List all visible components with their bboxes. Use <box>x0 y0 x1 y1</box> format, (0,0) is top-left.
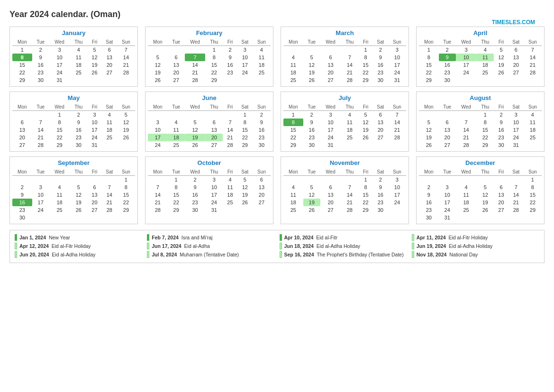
calendar-day: 15 <box>283 126 303 134</box>
month-block-october: OctoberMonTueWedThuFriSatSun123456789101… <box>145 156 273 224</box>
day-header: Sun <box>388 168 406 176</box>
legend-text: Jan 1, 2024 New Year <box>19 235 70 240</box>
calendar-day: 13 <box>87 191 101 199</box>
calendar-day: 30 <box>253 141 271 149</box>
calendar-day: 11 <box>456 191 477 199</box>
calendar-day <box>439 176 456 184</box>
calendar-day: 25 <box>253 69 271 76</box>
calendar-day: 2 <box>373 176 388 184</box>
calendar-day: 4 <box>168 119 185 126</box>
calendar-day <box>419 176 439 184</box>
month-block-july: JulyMonTueWedThuFriSatSun123456789101112… <box>281 91 409 152</box>
day-header: Sun <box>388 103 406 111</box>
month-block-september: SeptemberMonTueWedThuFriSatSun1234567891… <box>9 156 138 224</box>
calendar-day: 10 <box>237 54 253 61</box>
calendar-day: 3 <box>87 111 101 119</box>
calendar-day: 26 <box>70 206 87 214</box>
calendar-day: 26 <box>87 69 101 76</box>
calendar-day: 25 <box>283 76 303 84</box>
calendar-day: 25 <box>524 134 542 141</box>
calendar-day: 21 <box>456 134 477 141</box>
legend-item: Jul 8, 2024 Muharram (Tentative Date) <box>147 251 274 258</box>
calendar-day: 3 <box>32 183 49 191</box>
calendar-day <box>456 214 477 221</box>
calendar-day: 11 <box>476 54 494 61</box>
calendar-day <box>303 176 320 184</box>
calendar-day: 3 <box>509 111 524 119</box>
calendar-day: 30 <box>70 141 87 149</box>
calendar-day: 22 <box>476 134 494 141</box>
calendar-day: 2 <box>70 111 87 119</box>
day-header: Fri <box>358 168 372 176</box>
calendar-day <box>253 76 271 84</box>
calendar-day: 6 <box>373 111 388 119</box>
calendar-day: 9 <box>439 54 456 61</box>
calendar-day: 7 <box>185 54 206 61</box>
month-block-november: NovemberMonTueWedThuFriSatSun12345678910… <box>281 156 409 224</box>
calendar-day: 27 <box>439 141 456 149</box>
calendar-day <box>70 214 87 221</box>
day-header: Wed <box>185 38 206 46</box>
day-header: Sat <box>102 168 117 176</box>
calendar-day: 8 <box>476 119 494 126</box>
calendar-day: 13 <box>439 126 456 134</box>
calendar-day: 20 <box>102 61 117 69</box>
calendar-day: 5 <box>358 111 372 119</box>
calendar-day <box>524 214 542 221</box>
legend-text: Feb 7, 2024 Isra and Mi'raj <box>152 235 212 240</box>
calendar-day: 26 <box>185 141 206 149</box>
legend-color-bar <box>280 251 282 258</box>
calendar-day: 1 <box>12 46 32 54</box>
calendar-day: 9 <box>223 54 237 61</box>
calendar-day: 31 <box>87 141 101 149</box>
calendar-day: 4 <box>253 46 271 54</box>
day-header: Mon <box>419 103 439 111</box>
calendar-day: 18 <box>283 199 303 206</box>
calendar-day: 10 <box>439 191 456 199</box>
month-block-february: FebruaryMonTueWedThuFriSatSun12345678910… <box>145 27 273 87</box>
calendar-day: 20 <box>168 69 185 76</box>
calendar-day: 2 <box>253 111 271 119</box>
calendar-day: 13 <box>509 54 524 61</box>
calendar-day: 1 <box>283 111 303 119</box>
month-block-august: AugustMonTueWedThuFriSatSun1234567891011… <box>416 91 545 152</box>
calendar-day: 13 <box>102 54 117 61</box>
calendar-day: 24 <box>205 199 223 206</box>
calendar-day: 26 <box>358 134 372 141</box>
day-header: Tue <box>168 38 185 46</box>
calendar-day: 7 <box>117 46 135 54</box>
day-header: Sat <box>237 168 253 176</box>
calendar-day: 22 <box>117 199 135 206</box>
calendar-day: 5 <box>70 183 87 191</box>
calendar-day: 5 <box>117 111 135 119</box>
calendar-day <box>524 141 542 149</box>
calendar-day: 16 <box>70 126 87 134</box>
calendar-day: 14 <box>32 126 49 134</box>
day-header: Sun <box>524 38 542 46</box>
day-header: Fri <box>87 103 101 111</box>
legend-item: Sep 16, 2024 The Prophet's Birthday (Ten… <box>280 251 407 258</box>
legend-color-bar <box>412 234 414 241</box>
month-table: MonTueWedThuFriSatSun1234567891011121314… <box>419 168 542 221</box>
calendar-day: 5 <box>303 54 320 61</box>
calendar-day: 16 <box>32 61 49 69</box>
month-table: MonTueWedThuFriSatSun1234567891011121314… <box>419 103 542 149</box>
calendar-day: 10 <box>32 191 49 199</box>
calendar-day: 11 <box>341 119 358 126</box>
calendar-day: 27 <box>373 134 388 141</box>
legend-color-bar <box>147 251 149 258</box>
calendar-day: 24 <box>456 69 477 76</box>
calendar-day: 17 <box>87 126 101 134</box>
calendar-day: 8 <box>12 54 32 61</box>
site-link[interactable]: TIMESLES.COM <box>492 19 535 26</box>
calendar-day: 20 <box>373 126 388 134</box>
calendar-day: 26 <box>303 76 320 84</box>
calendar-day: 10 <box>388 183 406 191</box>
day-header: Sun <box>524 103 542 111</box>
day-header: Thu <box>476 38 494 46</box>
day-header: Fri <box>87 38 101 46</box>
calendar-day: 27 <box>253 199 271 206</box>
calendar-day <box>102 141 117 149</box>
calendar-day: 23 <box>70 134 87 141</box>
calendar-day: 7 <box>32 119 49 126</box>
